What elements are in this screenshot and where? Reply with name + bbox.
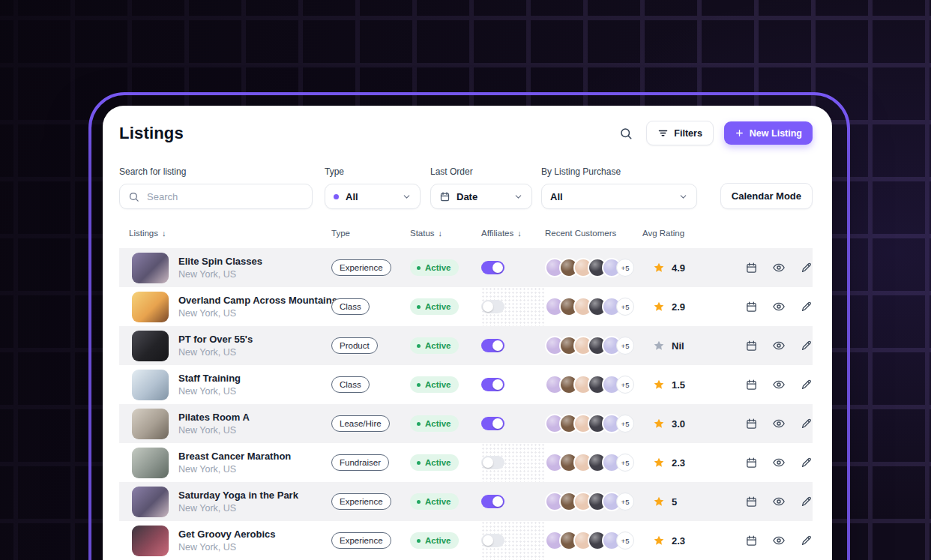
calendar-action-button[interactable] bbox=[743, 298, 760, 316]
view-action-button[interactable] bbox=[770, 298, 788, 316]
row-actions bbox=[725, 376, 813, 394]
view-action-button[interactable] bbox=[770, 532, 788, 550]
view-action-button[interactable] bbox=[770, 376, 788, 394]
table-row[interactable]: Breast Cancer Marathon New York, US Fund… bbox=[119, 443, 813, 482]
calendar-icon bbox=[745, 457, 758, 469]
last-order-select[interactable]: Date bbox=[430, 184, 532, 209]
avatar-stack bbox=[545, 453, 621, 472]
type-cell: Experience bbox=[331, 493, 410, 510]
status-dot-icon bbox=[417, 500, 421, 504]
filters-button[interactable]: Filters bbox=[646, 121, 714, 145]
header-actions: Filters New Listing bbox=[616, 121, 813, 145]
calendar-action-button[interactable] bbox=[743, 337, 760, 355]
type-cell: Experience bbox=[331, 259, 410, 276]
edit-action-button[interactable] bbox=[798, 337, 815, 355]
new-listing-button[interactable]: New Listing bbox=[724, 121, 813, 145]
edit-action-button[interactable] bbox=[798, 259, 815, 277]
affiliates-toggle[interactable] bbox=[481, 378, 504, 391]
calendar-icon bbox=[745, 301, 758, 313]
status-cell: Active bbox=[410, 259, 481, 276]
search-input[interactable] bbox=[145, 190, 304, 203]
affiliates-cell bbox=[481, 339, 545, 352]
edit-action-button[interactable] bbox=[798, 532, 815, 550]
type-field: Type All bbox=[325, 166, 421, 209]
affiliates-toggle[interactable] bbox=[481, 339, 504, 352]
pencil-icon bbox=[800, 418, 813, 430]
eye-icon bbox=[772, 300, 786, 313]
edit-action-button[interactable] bbox=[798, 493, 815, 511]
sort-desc-icon[interactable]: ↓ bbox=[439, 229, 443, 238]
calendar-icon bbox=[745, 418, 758, 430]
status-cell: Active bbox=[410, 337, 481, 354]
type-badge: Product bbox=[331, 337, 378, 354]
status-badge: Active bbox=[410, 376, 459, 393]
listing-location: New York, US bbox=[178, 425, 250, 436]
affiliates-toggle[interactable] bbox=[481, 417, 504, 430]
star-icon bbox=[653, 262, 665, 274]
last-order-field-label: Last Order bbox=[430, 166, 532, 177]
table-row[interactable]: Get Groovy Aerobics New York, US Experie… bbox=[119, 521, 813, 560]
calendar-action-button[interactable] bbox=[743, 493, 760, 511]
listing-name-block: PT for Over 55's New York, US bbox=[178, 334, 253, 358]
type-select[interactable]: All bbox=[325, 184, 421, 209]
view-action-button[interactable] bbox=[770, 415, 788, 433]
edit-action-button[interactable] bbox=[798, 415, 815, 433]
by-listing-purchase-select[interactable]: All bbox=[541, 184, 697, 209]
avatar-stack bbox=[545, 531, 621, 550]
table-row[interactable]: Pilates Room A New York, US Lease/Hire A… bbox=[119, 404, 813, 443]
table-row[interactable]: PT for Over 55's New York, US Product Ac… bbox=[119, 326, 813, 365]
calendar-action-button[interactable] bbox=[743, 259, 760, 277]
recent-customers-cell: +5 bbox=[545, 258, 642, 277]
affiliates-toggle[interactable] bbox=[481, 495, 504, 508]
view-action-button[interactable] bbox=[770, 337, 788, 355]
listing-name-block: Elite Spin Classes New York, US bbox=[178, 256, 262, 280]
edit-action-button[interactable] bbox=[798, 454, 815, 472]
column-header-listings[interactable]: Listings ↓ bbox=[119, 229, 331, 238]
last-order-field: Last Order Date bbox=[430, 166, 532, 209]
sort-desc-icon[interactable]: ↓ bbox=[162, 229, 166, 238]
table-row[interactable]: Staff Training New York, US Class Active… bbox=[119, 365, 813, 404]
sort-desc-icon[interactable]: ↓ bbox=[517, 229, 522, 238]
avg-rating-cell: 2.9 bbox=[642, 301, 725, 313]
status-label: Active bbox=[425, 380, 451, 389]
column-header-affiliates[interactable]: Affiliates ↓ bbox=[481, 229, 545, 238]
column-header-status[interactable]: Status ↓ bbox=[410, 229, 481, 238]
status-badge: Active bbox=[410, 493, 459, 510]
view-action-button[interactable] bbox=[770, 493, 788, 511]
affiliates-toggle[interactable] bbox=[481, 261, 504, 274]
view-action-button[interactable] bbox=[770, 454, 788, 472]
chevron-down-icon bbox=[513, 192, 523, 202]
calendar-action-button[interactable] bbox=[743, 415, 760, 433]
view-action-button[interactable] bbox=[770, 259, 788, 277]
listing-thumbnail bbox=[132, 487, 169, 517]
calendar-action-button[interactable] bbox=[743, 376, 760, 394]
listing-location: New York, US bbox=[178, 308, 331, 319]
toggle-knob bbox=[492, 379, 503, 390]
edit-action-button[interactable] bbox=[798, 376, 815, 394]
card-header: Listings Filters New Listing bbox=[119, 121, 813, 145]
listing-cell: PT for Over 55's New York, US bbox=[119, 331, 331, 361]
type-cell: Class bbox=[331, 376, 410, 393]
listings-table: Listings ↓ Type Status ↓ Affiliates ↓ Re… bbox=[119, 224, 813, 560]
row-actions bbox=[725, 337, 813, 355]
search-button[interactable] bbox=[616, 124, 636, 143]
calendar-action-button[interactable] bbox=[743, 454, 760, 472]
row-actions bbox=[725, 298, 813, 316]
column-header-type: Type bbox=[331, 229, 410, 238]
affiliates-cell bbox=[481, 261, 545, 274]
calendar-mode-button[interactable]: Calendar Mode bbox=[720, 183, 813, 209]
table-row[interactable]: Saturday Yoga in the Park New York, US E… bbox=[119, 482, 813, 521]
avatar-overflow-count: +5 bbox=[616, 532, 634, 550]
calendar-action-button[interactable] bbox=[743, 532, 760, 550]
affiliates-cell bbox=[481, 495, 545, 508]
type-select-value: All bbox=[346, 191, 396, 202]
affiliates-toggle[interactable] bbox=[481, 456, 504, 469]
table-row[interactable]: Elite Spin Classes New York, US Experien… bbox=[119, 248, 813, 287]
edit-action-button[interactable] bbox=[798, 298, 815, 316]
toggle-knob bbox=[492, 340, 503, 351]
table-row[interactable]: Overland Camp Across Mountains New York,… bbox=[119, 287, 813, 326]
affiliates-toggle[interactable] bbox=[481, 300, 504, 313]
listing-name-block: Saturday Yoga in the Park New York, US bbox=[178, 490, 298, 514]
affiliates-toggle[interactable] bbox=[481, 534, 504, 547]
listing-cell: Saturday Yoga in the Park New York, US bbox=[119, 487, 331, 517]
